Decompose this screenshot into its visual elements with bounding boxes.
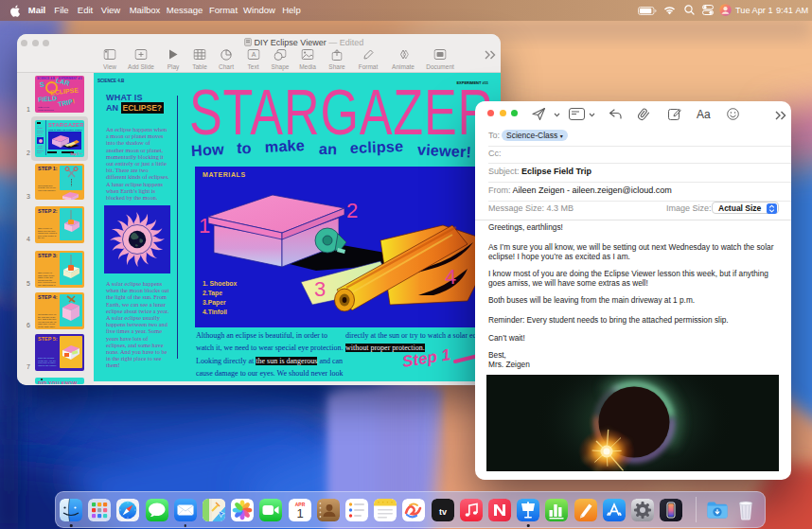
svg-text:tv: tv — [439, 507, 447, 517]
svg-text:A: A — [251, 51, 256, 58]
svg-text:1: 1 — [296, 506, 303, 520]
